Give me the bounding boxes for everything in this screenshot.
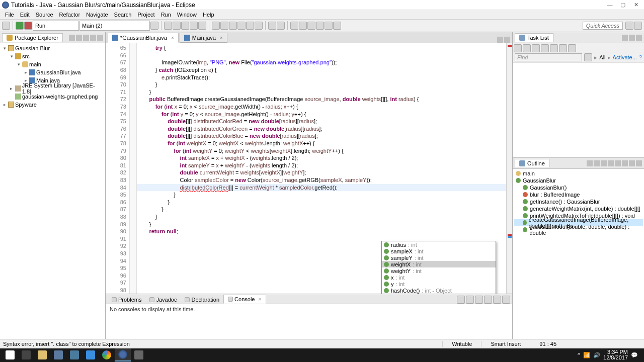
outline-item[interactable]: blur : BufferedImage (514, 191, 643, 198)
task-toolbar-button[interactable] (568, 44, 576, 52)
view-menu-icon[interactable] (83, 35, 89, 41)
outline-toolbar-icon[interactable] (594, 160, 600, 166)
console-tab-javadoc[interactable]: Javadoc (145, 296, 181, 304)
task-toolbar-icon[interactable] (622, 35, 628, 41)
outline-item[interactable]: GaussianBlur() (514, 184, 643, 191)
wifi-icon[interactable]: 📶 (583, 352, 590, 358)
menu-source[interactable]: Source (33, 11, 56, 19)
task-find-input[interactable]: Find (515, 53, 582, 61)
tree-item[interactable]: ▾main (0, 60, 105, 68)
minimize-view-icon[interactable] (90, 35, 96, 41)
link-editor-icon[interactable] (76, 35, 82, 41)
toolbar-button[interactable] (212, 22, 220, 30)
editor[interactable]: 6566676869707172737475767778798081828384… (106, 43, 512, 294)
console-tab-problems[interactable]: Problems (108, 296, 145, 304)
stop-button[interactable] (24, 22, 32, 30)
task-toolbar-icon[interactable] (629, 35, 635, 41)
menu-navigate[interactable]: Navigate (83, 11, 111, 19)
editor-maximize-icon[interactable] (504, 37, 510, 43)
console-toolbar-button[interactable] (466, 296, 474, 304)
autocomplete-item[interactable]: sampleY : int (382, 254, 496, 261)
autocomplete-item[interactable]: y : int (382, 281, 496, 287)
volume-icon[interactable]: 🔊 (593, 352, 600, 358)
task-all-link[interactable]: All (599, 54, 605, 60)
launch-config-select[interactable]: Run (33, 21, 79, 31)
run-dropdown[interactable] (173, 22, 181, 30)
console-maximize-icon[interactable] (502, 296, 510, 304)
close-button[interactable]: ✕ (630, 1, 642, 10)
task-toolbar-button[interactable] (532, 44, 540, 52)
app-button[interactable] (50, 348, 66, 361)
maximize-button[interactable]: ▢ (617, 1, 629, 10)
outline-item[interactable]: gaussianModel(double, double, double) : … (514, 226, 643, 233)
autocomplete-item[interactable]: weightX : int (382, 261, 496, 267)
outline-toolbar-icon[interactable] (587, 160, 593, 166)
outline-toolbar-icon[interactable] (622, 160, 628, 166)
toolbar-button[interactable] (268, 22, 276, 30)
clock[interactable]: 3:34 PM 12/8/2017 (603, 349, 628, 360)
toolbar-button[interactable] (299, 22, 307, 30)
run-button[interactable] (16, 22, 24, 30)
autocomplete-item[interactable]: radius : int (382, 241, 496, 248)
autocomplete-item[interactable]: weightY : int (382, 267, 496, 274)
menu-file[interactable]: File (2, 11, 17, 19)
toolbar-button[interactable] (307, 22, 315, 30)
toolbar-button[interactable] (198, 22, 206, 30)
menu-search[interactable]: Search (111, 11, 135, 19)
autocomplete-item[interactable]: hashCode() : int - Object (382, 287, 496, 294)
outline-tree[interactable]: mainGaussianBlurGaussianBlur()blur : Buf… (513, 169, 644, 339)
toolbar-button[interactable] (237, 22, 246, 30)
app-button[interactable] (83, 348, 99, 361)
overview-ruler[interactable] (506, 43, 512, 294)
task-list-tab[interactable]: Task List (515, 33, 553, 42)
package-explorer-tree[interactable]: ▾Gaussian Blur▾src▾main▸GaussianBlur.jav… (0, 43, 105, 339)
toolbar-button[interactable] (181, 22, 189, 30)
notification-icon[interactable]: 💬 (631, 352, 638, 358)
menu-run[interactable]: Run (158, 11, 174, 19)
console-tab-declaration[interactable]: Declaration (181, 296, 223, 304)
toolbar-button[interactable] (220, 22, 228, 30)
outline-toolbar-icon[interactable] (615, 160, 621, 166)
menu-edit[interactable]: Edit (17, 11, 33, 19)
start-button[interactable] (2, 348, 18, 361)
console-toolbar-button[interactable] (457, 296, 465, 304)
tree-item[interactable]: ▸JRE System Library [JavaSE-1.8] (0, 84, 105, 93)
outline-maximize-icon[interactable] (636, 160, 642, 166)
toolbar-button[interactable] (246, 22, 254, 30)
outline-item[interactable]: generateWeightMatrix(int, double) : doub… (514, 205, 643, 212)
menu-window[interactable]: Window (174, 11, 200, 19)
taskview-button[interactable] (18, 348, 34, 361)
menu-refactor[interactable]: Refactor (56, 11, 84, 19)
menu-project[interactable]: Project (134, 11, 157, 19)
package-explorer-tab[interactable]: Package Explorer (2, 33, 63, 42)
app-button[interactable] (131, 348, 147, 361)
eclipse-taskbar[interactable] (115, 348, 131, 361)
task-toolbar-button[interactable] (559, 44, 567, 52)
console-minimize-icon[interactable] (493, 296, 501, 304)
outline-minimize-icon[interactable] (629, 160, 635, 166)
perspective-debug[interactable] (634, 22, 642, 30)
tree-item[interactable]: ▾src (0, 52, 105, 60)
tree-item[interactable]: gaussian-weights-graphed.png (0, 93, 105, 101)
outline-item[interactable]: main (514, 170, 643, 177)
debug-button[interactable] (164, 22, 172, 30)
outline-tab[interactable]: Outline (515, 159, 549, 167)
toolbar-button[interactable] (190, 22, 198, 30)
console-toolbar-button[interactable] (484, 296, 492, 304)
toolbar-button[interactable] (150, 22, 158, 30)
outline-item[interactable]: GaussianBlur (514, 177, 643, 184)
tree-item[interactable]: ▸GaussianBlur.java (0, 68, 105, 76)
autocomplete-popup[interactable]: radius : int sampleX : int sampleY : int… (381, 241, 496, 294)
toolbar-button[interactable] (333, 22, 341, 30)
console-tab-console[interactable]: Console× (223, 295, 266, 304)
help-icon[interactable]: ? (639, 54, 642, 60)
new-button[interactable] (2, 22, 10, 30)
editor-tab[interactable]: *GaussianBlur.java× (108, 33, 179, 43)
task-activate-link[interactable]: Activate... (613, 54, 637, 60)
toolbar-button[interactable] (290, 22, 298, 30)
windows-taskbar[interactable]: ^ 📶 🔊 3:34 PM 12/8/2017 💬 (0, 348, 644, 362)
task-toolbar-icon[interactable] (636, 35, 642, 41)
task-toolbar-button[interactable] (523, 44, 531, 52)
tray-icon[interactable]: ^ (578, 352, 580, 358)
tree-item[interactable]: ▾Gaussian Blur (0, 44, 105, 52)
